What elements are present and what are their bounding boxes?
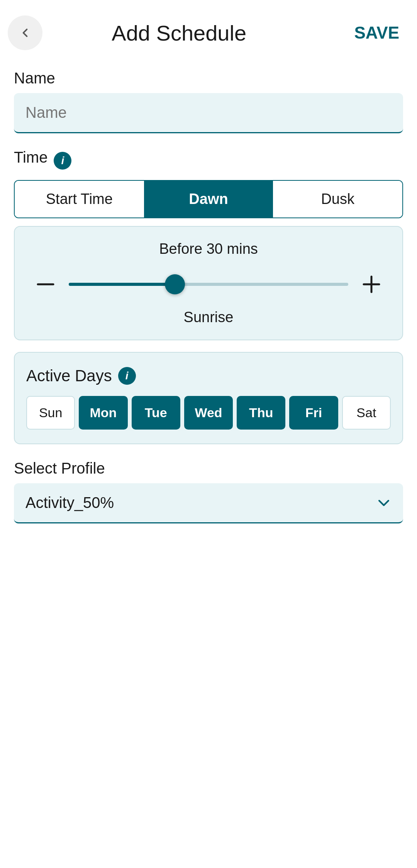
slider-sub-label: Sunrise <box>30 309 387 326</box>
time-section: Time i Start Time Dawn Dusk Before 30 mi… <box>14 149 403 340</box>
days-row: Sun Mon Tue Wed Thu Fri Sat <box>26 396 391 430</box>
active-days-section: Active Days i Sun Mon Tue Wed Thu Fri Sa… <box>14 352 403 444</box>
slider-fill <box>69 283 175 286</box>
time-label: Time <box>14 149 47 166</box>
slider-increase-button[interactable] <box>356 269 387 300</box>
time-info-icon[interactable]: i <box>54 152 71 170</box>
time-tabs: Start Time Dawn Dusk <box>14 180 403 218</box>
save-button[interactable]: SAVE <box>350 19 403 46</box>
tab-start-time[interactable]: Start Time <box>15 181 144 217</box>
tab-dawn[interactable]: Dawn <box>144 181 273 217</box>
slider-track[interactable] <box>69 283 348 286</box>
select-profile-section: Select Profile Activity_50% <box>14 460 403 523</box>
active-days-label: Active Days <box>26 367 112 385</box>
profile-selected-value: Activity_50% <box>25 494 114 511</box>
day-button-fri[interactable]: Fri <box>289 396 338 430</box>
name-input-container <box>14 93 403 133</box>
slider-row <box>30 269 387 300</box>
name-input[interactable] <box>25 104 392 121</box>
active-days-header: Active Days i <box>26 367 391 385</box>
day-button-mon[interactable]: Mon <box>79 396 127 430</box>
name-label: Name <box>14 70 403 87</box>
day-button-thu[interactable]: Thu <box>237 396 285 430</box>
day-button-sat[interactable]: Sat <box>342 396 391 430</box>
slider-decrease-button[interactable] <box>30 269 61 300</box>
slider-before-label: Before 30 mins <box>30 241 387 257</box>
day-button-tue[interactable]: Tue <box>132 396 180 430</box>
header: Add Schedule SAVE <box>0 0 417 62</box>
active-days-info-icon[interactable]: i <box>118 367 136 385</box>
page-content: Name Time i Start Time Dawn Dusk Before … <box>0 62 417 543</box>
time-label-row: Time i <box>14 149 403 172</box>
page-title: Add Schedule <box>8 20 350 46</box>
day-button-wed[interactable]: Wed <box>184 396 233 430</box>
day-button-sun[interactable]: Sun <box>26 396 75 430</box>
select-profile-label: Select Profile <box>14 460 403 477</box>
dropdown-arrow-icon <box>376 495 392 511</box>
slider-container: Before 30 mins Sunris <box>14 226 403 340</box>
tab-dusk[interactable]: Dusk <box>273 181 402 217</box>
profile-dropdown[interactable]: Activity_50% <box>14 483 403 523</box>
slider-thumb[interactable] <box>165 274 185 294</box>
